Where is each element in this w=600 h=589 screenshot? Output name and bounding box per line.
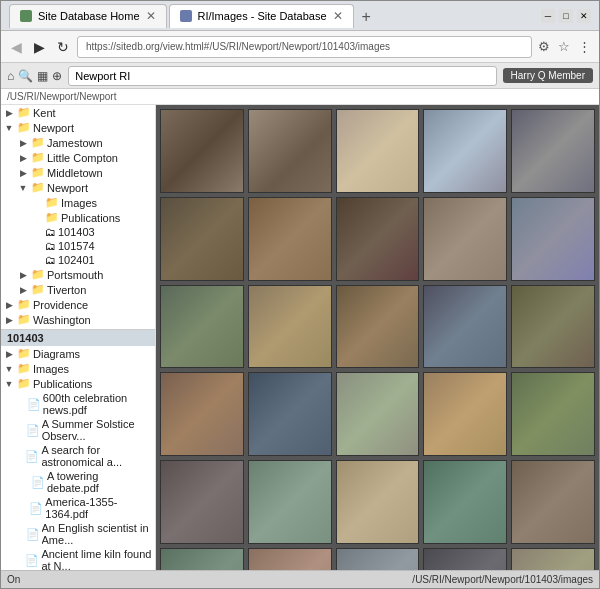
- tree-item[interactable]: 📁Publications: [1, 210, 155, 225]
- image-thumbnail[interactable]: [336, 548, 420, 570]
- filter-icon[interactable]: ▦: [37, 69, 48, 83]
- search-input[interactable]: [68, 66, 496, 86]
- image-thumbnail[interactable]: [160, 285, 244, 369]
- tab-label-2: RI/Images - Site Database: [198, 10, 327, 22]
- tree-item[interactable]: 📄600th celebration news.pdf: [1, 391, 155, 417]
- image-thumbnail[interactable]: [248, 460, 332, 544]
- image-thumbnail[interactable]: [248, 372, 332, 456]
- image-thumbnail[interactable]: [336, 197, 420, 281]
- tab-2[interactable]: RI/Images - Site Database ✕: [169, 4, 354, 28]
- image-thumbnail[interactable]: [336, 372, 420, 456]
- tree-toggle-icon[interactable]: ▶: [3, 314, 15, 326]
- image-thumbnail[interactable]: [423, 109, 507, 193]
- tree-toggle-icon[interactable]: ▶: [3, 348, 15, 360]
- back-button[interactable]: ◀: [7, 37, 26, 57]
- image-thumbnail[interactable]: [160, 109, 244, 193]
- tree-item[interactable]: ▶📁Portsmouth: [1, 267, 155, 282]
- tree-file-icon: 📁: [17, 298, 31, 311]
- forward-button[interactable]: ▶: [30, 37, 49, 57]
- tab-close-2[interactable]: ✕: [333, 9, 343, 23]
- tree-item[interactable]: 📄A Summer Solstice Observ...: [1, 417, 155, 443]
- tree-item[interactable]: ▼📁Images: [1, 361, 155, 376]
- tree-item[interactable]: ▼📁Newport: [1, 180, 155, 195]
- image-thumbnail[interactable]: [248, 197, 332, 281]
- image-thumbnail[interactable]: [511, 548, 595, 570]
- tree-item[interactable]: ▶📁Little Compton: [1, 150, 155, 165]
- tree-item[interactable]: 📄An English scientist in Ame...: [1, 521, 155, 547]
- new-tab-button[interactable]: +: [356, 6, 377, 28]
- tree-item[interactable]: 📁Images: [1, 195, 155, 210]
- tree-file-icon: 📁: [31, 181, 45, 194]
- tree-toggle-icon[interactable]: ▶: [17, 167, 29, 179]
- refresh-button[interactable]: ↻: [53, 37, 73, 57]
- menu-button[interactable]: ⋮: [576, 37, 593, 56]
- tree-toggle-icon[interactable]: ▼: [3, 122, 15, 134]
- tree-file-icon: 🗂: [45, 254, 56, 266]
- tree-file-icon: 📄: [29, 502, 43, 515]
- tab-close-1[interactable]: ✕: [146, 9, 156, 23]
- tree-toggle-icon[interactable]: ▶: [17, 269, 29, 281]
- tree-item[interactable]: ▶📁Jamestown: [1, 135, 155, 150]
- image-thumbnail[interactable]: [511, 285, 595, 369]
- maximize-button[interactable]: □: [559, 9, 573, 23]
- image-thumbnail[interactable]: [336, 285, 420, 369]
- image-thumbnail[interactable]: [511, 372, 595, 456]
- tree-item[interactable]: ▶📁Providence: [1, 297, 155, 312]
- tree-toggle-icon[interactable]: ▶: [3, 107, 15, 119]
- search-icon[interactable]: 🔍: [18, 69, 33, 83]
- tree-item[interactable]: ▼📁Publications: [1, 376, 155, 391]
- tree-item[interactable]: 📄A towering debate.pdf: [1, 469, 155, 495]
- image-thumbnail[interactable]: [336, 460, 420, 544]
- tree-item-label: A towering debate.pdf: [47, 470, 153, 494]
- image-thumbnail[interactable]: [160, 372, 244, 456]
- tree-item[interactable]: 📄Ancient lime kiln found at N...: [1, 547, 155, 570]
- tree-toggle-icon[interactable]: ▶: [17, 152, 29, 164]
- bookmark-button[interactable]: ☆: [556, 37, 572, 56]
- tree-file-icon: 📄: [25, 554, 39, 567]
- image-thumbnail[interactable]: [248, 285, 332, 369]
- map-icon[interactable]: ⊕: [52, 69, 62, 83]
- image-thumbnail[interactable]: [423, 197, 507, 281]
- tree-item[interactable]: 🗂101574: [1, 239, 155, 253]
- tab-1[interactable]: Site Database Home ✕: [9, 4, 167, 28]
- image-thumbnail[interactable]: [511, 460, 595, 544]
- tree-item[interactable]: 📄A search for astronomical a...: [1, 443, 155, 469]
- image-thumbnail[interactable]: [160, 460, 244, 544]
- tree-toggle-icon[interactable]: ▼: [3, 378, 15, 390]
- image-thumbnail[interactable]: [160, 548, 244, 570]
- image-thumbnail[interactable]: [160, 197, 244, 281]
- image-thumbnail[interactable]: [423, 285, 507, 369]
- home-icon[interactable]: ⌂: [7, 69, 14, 83]
- image-thumbnail[interactable]: [248, 548, 332, 570]
- tree-item[interactable]: ▶📁Kent: [1, 105, 155, 120]
- tree-item-label: 101403: [58, 226, 95, 238]
- tree-item[interactable]: ▼📁Newport: [1, 120, 155, 135]
- image-thumbnail[interactable]: [423, 460, 507, 544]
- image-thumbnail[interactable]: [336, 109, 420, 193]
- tree-toggle-icon[interactable]: ▶: [17, 137, 29, 149]
- close-button[interactable]: ✕: [577, 9, 591, 23]
- tree-toggle-icon[interactable]: ▶: [3, 299, 15, 311]
- tree-toggle-icon[interactable]: ▼: [3, 363, 15, 375]
- extensions-button[interactable]: ⚙: [536, 37, 552, 56]
- image-thumbnail[interactable]: [423, 372, 507, 456]
- tree-toggle-icon[interactable]: ▶: [17, 284, 29, 296]
- tree-item[interactable]: 🗂102401: [1, 253, 155, 267]
- tree-item[interactable]: 🗂101403: [1, 225, 155, 239]
- image-thumbnail[interactable]: [423, 548, 507, 570]
- image-thumbnail[interactable]: [511, 109, 595, 193]
- image-thumbnail[interactable]: [248, 109, 332, 193]
- tree-file-icon: 🗂: [45, 226, 56, 238]
- site-tree-top: ▶📁Kent▼📁Newport▶📁Jamestown▶📁Little Compt…: [1, 105, 155, 327]
- tree-item[interactable]: 📄America-1355-1364.pdf: [1, 495, 155, 521]
- tree-toggle-icon[interactable]: ▼: [17, 182, 29, 194]
- tree-item[interactable]: ▶📁Tiverton: [1, 282, 155, 297]
- tree-item[interactable]: ▶📁Diagrams: [1, 346, 155, 361]
- image-thumbnail[interactable]: [511, 197, 595, 281]
- tree-file-icon: 📁: [31, 283, 45, 296]
- tree-item[interactable]: ▶📁Middletown: [1, 165, 155, 180]
- tree-item[interactable]: ▶📁Washington: [1, 312, 155, 327]
- minimize-button[interactable]: ─: [541, 9, 555, 23]
- address-bar[interactable]: https://sitedb.org/view.html#/US/RI/Newp…: [77, 36, 532, 58]
- tree-file-icon: 📄: [27, 398, 41, 411]
